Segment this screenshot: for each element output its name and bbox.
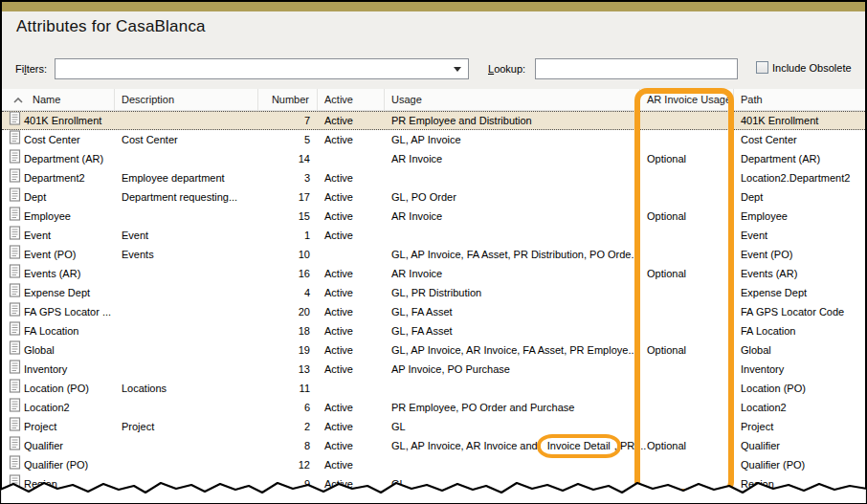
cell-description: Project	[115, 417, 258, 436]
cell-number: 10	[258, 245, 318, 264]
table-row[interactable]: Cost CenterCost Center5ActiveGL, AP Invo…	[2, 130, 865, 149]
cell-description	[115, 398, 258, 417]
table-row[interactable]: Inventory13ActiveAP Invoice, PO Purchase…	[2, 360, 865, 379]
attribute-name-text: FA GPS Locator ...	[24, 302, 111, 321]
table-row[interactable]: Qualifier (PO)12ActiveQualifier (PO)	[2, 455, 865, 474]
document-icon	[9, 226, 21, 245]
column-header-number[interactable]: Number	[258, 89, 318, 111]
cell-number: 17	[258, 187, 318, 207]
column-header-ar-invoice-usage[interactable]: AR Invoice Usage	[640, 89, 734, 111]
column-header-name[interactable]: Name	[2, 89, 115, 111]
cell-ar-invoice-usage	[640, 398, 734, 417]
cell-name: Employee	[2, 207, 115, 226]
cell-number: 3	[258, 168, 318, 187]
table-row[interactable]: EventEvent1ActiveEvent	[2, 226, 865, 245]
cell-name: Location (PO)	[2, 379, 115, 398]
cell-ar-invoice-usage	[640, 187, 734, 207]
document-icon	[9, 398, 21, 417]
cell-number: 12	[258, 455, 318, 474]
table-row[interactable]: DeptDepartment requesting...17ActiveGL, …	[2, 187, 865, 207]
attribute-name-text: Qualifier	[24, 436, 63, 455]
attributes-window: Attributes for CasaBlanca Filters: Looku…	[0, 0, 867, 504]
document-icon	[9, 436, 21, 455]
cell-active: Active	[318, 302, 385, 321]
document-icon	[9, 379, 21, 398]
cell-active: Active	[318, 340, 385, 360]
cell-usage: GL	[385, 417, 640, 436]
attribute-name-text: Location (PO)	[24, 379, 89, 398]
document-icon	[9, 207, 21, 226]
column-header-path[interactable]: Path	[734, 89, 865, 111]
table-row[interactable]: Qualifier8ActiveGL, AP Invoice, AR Invoi…	[2, 436, 865, 455]
document-icon	[9, 168, 21, 187]
cell-number: 11	[258, 379, 318, 398]
cell-number: 4	[258, 283, 318, 302]
cell-name: FA GPS Locator ...	[2, 302, 115, 321]
cell-active: Active	[318, 436, 385, 455]
cell-path: Location (PO)	[734, 379, 865, 398]
table-row[interactable]: ProjectProject2ActiveGLProject	[2, 417, 865, 436]
cell-description	[115, 360, 258, 379]
annotation-circled-text: Invoice Detail	[537, 434, 621, 458]
attribute-name-text: Events (AR)	[24, 264, 80, 283]
cell-usage	[385, 379, 640, 398]
cell-name: FA Location	[2, 321, 115, 340]
cell-path: Events (AR)	[734, 264, 865, 283]
lookup-input[interactable]	[535, 58, 738, 79]
table-row[interactable]: Employee15ActiveAR InvoiceOptionalEmploy…	[2, 207, 865, 226]
grid-header-row: Name Description Number Active Usage AR …	[2, 89, 865, 111]
table-row[interactable]: FA Location18ActiveGL, FA AssetFA Locati…	[2, 321, 865, 340]
cell-active: Active	[318, 130, 385, 149]
table-row[interactable]: Global19ActiveGL, AP Invoice, AR Invoice…	[2, 340, 865, 360]
filters-combobox[interactable]	[55, 58, 469, 79]
cell-description	[115, 283, 258, 302]
cell-active: Active	[318, 264, 385, 283]
document-icon	[9, 264, 21, 283]
table-row[interactable]: FA GPS Locator ...20ActiveGL, FA AssetFA…	[2, 302, 865, 321]
document-icon	[9, 417, 21, 436]
page-title: Attributes for CasaBlanca	[16, 17, 206, 36]
table-row[interactable]: Event (PO)Events10GL, AP Invoice, FA Ass…	[2, 245, 865, 264]
table-row[interactable]: Events (AR)16ActiveAR InvoiceOptionalEve…	[2, 264, 865, 283]
cell-path: FA GPS Locator Code	[734, 302, 865, 321]
attribute-name-text: Event (PO)	[24, 245, 76, 264]
cell-path: Qualifier	[734, 436, 865, 455]
filters-label: Filters:	[15, 63, 47, 75]
table-row-selected[interactable]: 401K Enrollment7ActivePR Employee and Di…	[2, 111, 865, 130]
cell-active: Active	[318, 360, 385, 379]
cell-description	[115, 321, 258, 340]
column-header-description[interactable]: Description	[115, 89, 258, 111]
cell-active: Active	[318, 168, 385, 187]
cell-usage: GL, AP Invoice, FA Asset, PR Distributio…	[385, 245, 640, 264]
cell-ar-invoice-usage: Optional	[640, 264, 734, 283]
column-header-usage[interactable]: Usage	[385, 89, 640, 111]
attribute-name-text: Department (AR)	[24, 149, 103, 168]
cell-ar-invoice-usage: Optional	[640, 340, 734, 360]
cell-usage: GL, FA Asset	[385, 302, 640, 321]
cell-ar-invoice-usage	[640, 245, 734, 264]
table-row[interactable]: Expense Dept4ActiveGL, PR DistributionEx…	[2, 283, 865, 302]
cell-number: 14	[258, 149, 318, 168]
table-row[interactable]: Department2Employee department3ActiveLoc…	[2, 168, 865, 187]
dropdown-arrow-icon[interactable]	[454, 67, 461, 72]
cell-usage: GL	[385, 474, 640, 493]
window-top-bar	[2, 2, 865, 11]
cell-description: Locations	[115, 379, 258, 398]
column-header-name-label: Name	[33, 94, 60, 105]
document-icon	[9, 474, 21, 493]
cell-active	[318, 379, 385, 398]
column-header-active[interactable]: Active	[318, 89, 385, 111]
cell-usage	[385, 226, 640, 245]
cell-description: Department requesting...	[115, 187, 258, 207]
table-row[interactable]: Location (PO)Locations11Location (PO)	[2, 379, 865, 398]
cell-path: Dept	[734, 187, 865, 207]
cell-description	[115, 302, 258, 321]
cell-active: Active	[318, 207, 385, 226]
include-obsolete-checkbox[interactable]	[756, 61, 768, 74]
cell-description: Event	[115, 226, 258, 245]
cell-active	[318, 245, 385, 264]
table-row[interactable]: Department (AR)14AR InvoiceOptionalDepar…	[2, 149, 865, 168]
table-row[interactable]: Location26ActivePR Employee, PO Order an…	[2, 398, 865, 417]
cell-description	[115, 207, 258, 226]
table-row[interactable]: Region9ActiveGLRegion	[2, 474, 865, 493]
